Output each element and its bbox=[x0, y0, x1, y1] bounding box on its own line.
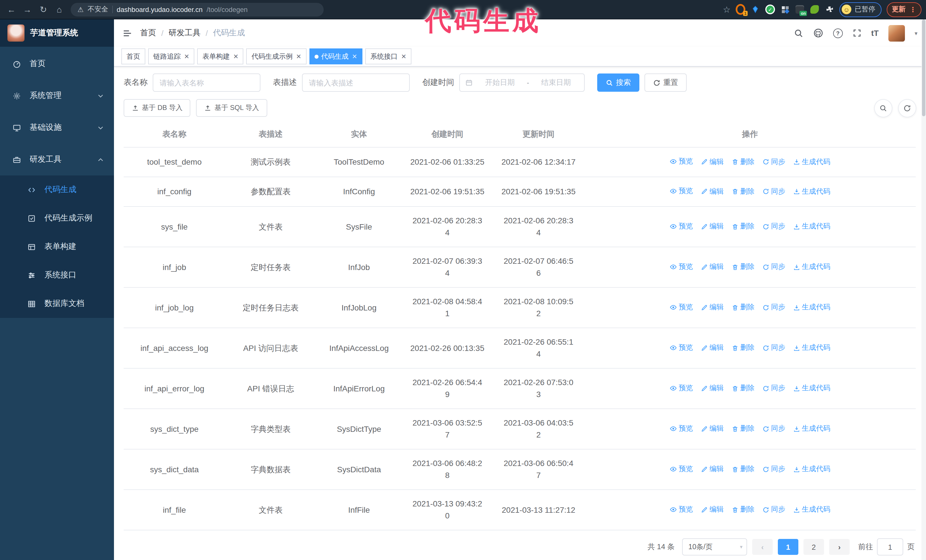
sidebar-item-表单构建[interactable]: 表单构建 bbox=[0, 232, 114, 261]
删除-action-link[interactable]: 删除 bbox=[732, 342, 755, 354]
reset-button[interactable]: 重置 bbox=[645, 74, 687, 92]
table-name-input[interactable] bbox=[153, 74, 260, 92]
grid-extension-icon[interactable] bbox=[780, 5, 790, 14]
tab-close-icon[interactable]: ✕ bbox=[233, 53, 238, 60]
sidebar-item-系统管理[interactable]: 系统管理 bbox=[0, 80, 114, 112]
删除-action-link[interactable]: 删除 bbox=[732, 261, 755, 273]
import-sql-button[interactable]: 基于 SQL 导入 bbox=[196, 99, 267, 117]
tab-代码生成示例[interactable]: 代码生成示例✕ bbox=[247, 48, 306, 64]
sidebar-item-基础设施[interactable]: 基础设施 bbox=[0, 112, 114, 143]
生成代码-action-link[interactable]: 生成代码 bbox=[793, 301, 830, 313]
profile-paused-badge[interactable]: ☺ 已暂停 bbox=[840, 2, 882, 17]
date-range-picker[interactable]: 开始日期 - 结束日期 bbox=[459, 74, 585, 92]
tab-close-icon[interactable]: ✕ bbox=[296, 53, 301, 60]
sidebar-item-研发工具[interactable]: 研发工具 bbox=[0, 143, 114, 175]
breadcrumb-item-1[interactable]: 研发工具 bbox=[169, 28, 201, 38]
编辑-action-link[interactable]: 编辑 bbox=[701, 382, 724, 394]
生成代码-action-link[interactable]: 生成代码 bbox=[793, 186, 830, 198]
生成代码-action-link[interactable]: 生成代码 bbox=[793, 156, 830, 168]
同步-action-link[interactable]: 同步 bbox=[763, 463, 785, 475]
tab-链路追踪[interactable]: 链路追踪✕ bbox=[148, 48, 194, 64]
show-search-toggle-button[interactable] bbox=[875, 100, 892, 116]
user-menu-caret-icon[interactable]: ▾ bbox=[915, 30, 917, 36]
sidebar-item-代码生成[interactable]: 代码生成 bbox=[0, 175, 114, 204]
github-icon[interactable] bbox=[813, 28, 823, 38]
page-button-2[interactable]: 2 bbox=[803, 539, 824, 555]
check-extension-icon[interactable]: ✓ bbox=[765, 5, 775, 14]
browser-update-button[interactable]: 更新 ⋮ bbox=[887, 2, 921, 17]
编辑-action-link[interactable]: 编辑 bbox=[701, 301, 724, 313]
page-scrollbar[interactable] bbox=[921, 19, 926, 560]
预览-action-link[interactable]: 预览 bbox=[670, 155, 693, 168]
puzzle-extensions-menu-icon[interactable] bbox=[825, 5, 834, 14]
编辑-action-link[interactable]: 编辑 bbox=[701, 220, 724, 232]
删除-action-link[interactable]: 删除 bbox=[732, 220, 755, 232]
预览-action-link[interactable]: 预览 bbox=[670, 423, 693, 435]
refresh-table-button[interactable] bbox=[899, 100, 916, 116]
page-button-1[interactable]: 1 bbox=[778, 539, 798, 555]
删除-action-link[interactable]: 删除 bbox=[732, 301, 755, 313]
同步-action-link[interactable]: 同步 bbox=[763, 382, 785, 394]
预览-action-link[interactable]: 预览 bbox=[670, 463, 693, 475]
gem-extension-icon[interactable] bbox=[750, 5, 760, 14]
同步-action-link[interactable]: 同步 bbox=[763, 156, 785, 168]
end-date-placeholder[interactable]: 结束日期 bbox=[533, 77, 579, 88]
start-date-placeholder[interactable]: 开始日期 bbox=[477, 77, 523, 88]
dark-extension-icon[interactable]: on bbox=[795, 5, 805, 14]
help-icon[interactable]: ? bbox=[833, 28, 843, 38]
tab-代码生成[interactable]: 代码生成✕ bbox=[309, 48, 362, 64]
生成代码-action-link[interactable]: 生成代码 bbox=[793, 342, 830, 354]
预览-action-link[interactable]: 预览 bbox=[670, 382, 693, 394]
删除-action-link[interactable]: 删除 bbox=[732, 382, 755, 394]
删除-action-link[interactable]: 删除 bbox=[732, 504, 755, 516]
tab-close-icon[interactable]: ✕ bbox=[401, 53, 406, 60]
编辑-action-link[interactable]: 编辑 bbox=[701, 261, 724, 273]
browser-forward-icon[interactable]: → bbox=[21, 3, 34, 16]
生成代码-action-link[interactable]: 生成代码 bbox=[793, 382, 830, 394]
tab-表单构建[interactable]: 表单构建✕ bbox=[197, 48, 243, 64]
tab-首页[interactable]: 首页 bbox=[121, 48, 145, 64]
生成代码-action-link[interactable]: 生成代码 bbox=[793, 220, 830, 232]
生成代码-action-link[interactable]: 生成代码 bbox=[793, 423, 830, 435]
生成代码-action-link[interactable]: 生成代码 bbox=[793, 261, 830, 273]
预览-action-link[interactable]: 预览 bbox=[670, 301, 693, 313]
编辑-action-link[interactable]: 编辑 bbox=[701, 504, 724, 516]
goto-page-input[interactable] bbox=[877, 538, 903, 555]
tab-系统接口[interactable]: 系统接口✕ bbox=[365, 48, 412, 64]
app-logo[interactable]: 芋道管理系统 bbox=[0, 20, 114, 47]
key-extension-icon[interactable] bbox=[810, 5, 819, 14]
sidebar-item-系统接口[interactable]: 系统接口 bbox=[0, 261, 114, 290]
bookmark-star-icon[interactable]: ☆ bbox=[723, 4, 731, 15]
编辑-action-link[interactable]: 编辑 bbox=[701, 186, 724, 198]
生成代码-action-link[interactable]: 生成代码 bbox=[793, 504, 830, 516]
编辑-action-link[interactable]: 编辑 bbox=[701, 342, 724, 354]
fullscreen-icon[interactable] bbox=[852, 29, 862, 38]
预览-action-link[interactable]: 预览 bbox=[670, 261, 693, 273]
scrollbar-thumb[interactable] bbox=[922, 20, 925, 116]
删除-action-link[interactable]: 删除 bbox=[732, 423, 755, 435]
预览-action-link[interactable]: 预览 bbox=[670, 503, 693, 515]
header-search-icon[interactable] bbox=[794, 28, 803, 38]
user-avatar[interactable] bbox=[888, 25, 905, 41]
sidebar-item-代码生成示例[interactable]: 代码生成示例 bbox=[0, 204, 114, 232]
预览-action-link[interactable]: 预览 bbox=[670, 341, 693, 353]
tab-close-icon[interactable]: ✕ bbox=[184, 53, 189, 60]
同步-action-link[interactable]: 同步 bbox=[763, 301, 785, 313]
collapse-sidebar-icon[interactable] bbox=[123, 28, 132, 38]
预览-action-link[interactable]: 预览 bbox=[670, 220, 693, 232]
删除-action-link[interactable]: 删除 bbox=[732, 156, 755, 168]
删除-action-link[interactable]: 删除 bbox=[732, 463, 755, 475]
编辑-action-link[interactable]: 编辑 bbox=[701, 156, 724, 168]
同步-action-link[interactable]: 同步 bbox=[763, 423, 785, 435]
browser-menu-kebab-icon[interactable]: ⋮ bbox=[909, 5, 916, 14]
browser-back-icon[interactable]: ← bbox=[5, 3, 18, 16]
sidebar-item-首页[interactable]: 首页 bbox=[0, 48, 114, 80]
next-page-button[interactable]: › bbox=[829, 539, 850, 555]
同步-action-link[interactable]: 同步 bbox=[763, 504, 785, 516]
预览-action-link[interactable]: 预览 bbox=[670, 185, 693, 197]
同步-action-link[interactable]: 同步 bbox=[763, 261, 785, 273]
search-button[interactable]: 搜索 bbox=[597, 74, 639, 92]
table-desc-input[interactable] bbox=[302, 74, 410, 92]
编辑-action-link[interactable]: 编辑 bbox=[701, 423, 724, 435]
browser-reload-icon[interactable]: ↻ bbox=[36, 3, 50, 16]
